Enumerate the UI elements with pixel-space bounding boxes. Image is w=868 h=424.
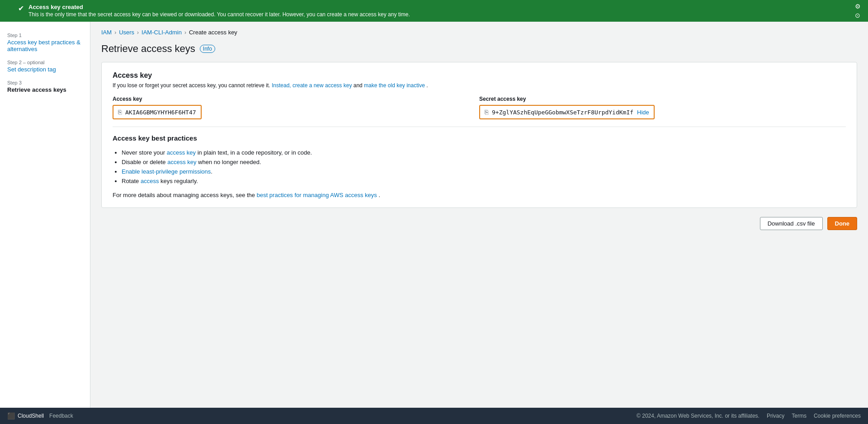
- footer: ⬛ CloudShell Feedback © 2024, Amazon Web…: [0, 408, 868, 424]
- notification-title: Access key created: [28, 4, 410, 10]
- secret-key-label: Secret access key: [479, 96, 846, 102]
- notification-description: This is the only time that the secret ac…: [28, 11, 410, 18]
- secret-key-value-box: ⎘ 9+ZglYASzhEqUpeGGobmwXSeTzrF8UrpdYidKm…: [479, 105, 655, 119]
- best-practices-link[interactable]: best practices for managing AWS access k…: [257, 192, 377, 198]
- feedback-button[interactable]: Feedback: [49, 413, 73, 419]
- check-icon: ✔: [18, 4, 24, 13]
- best-practice-item-1: Never store your access key in plain tex…: [122, 149, 846, 156]
- access-key-field: Access key ⎘ AKIA6GBMGYHYH6F6HT47: [113, 96, 479, 119]
- breadcrumb: IAM › Users › IAM-CLI-Admin › Create acc…: [101, 29, 857, 36]
- copy-access-key-icon[interactable]: ⎘: [118, 108, 122, 116]
- subtitle-suffix: .: [426, 82, 428, 89]
- actions-row: Download .csv file Done: [101, 217, 857, 230]
- subtitle-prefix: If you lose or forget your secret access…: [113, 82, 270, 89]
- step-2-link[interactable]: Set description tag: [7, 66, 56, 73]
- footer-prefix: For more details about managing access k…: [113, 192, 257, 198]
- step-3-name: Retrieve access keys: [7, 86, 83, 93]
- secret-key-field: Secret access key ⎘ 9+ZglYASzhEqUpeGGobm…: [479, 96, 846, 119]
- divider: [113, 127, 846, 127]
- sidebar: Step 1 Access key best practices & alter…: [0, 22, 90, 408]
- cloudshell-icon: ⬛: [7, 412, 15, 419]
- cookie-preferences-link[interactable]: Cookie preferences: [814, 413, 861, 419]
- best-practice-link-2[interactable]: access key: [167, 159, 196, 165]
- settings-icon[interactable]: ⚙: [855, 3, 861, 10]
- main-layout: Step 1 Access key best practices & alter…: [0, 22, 868, 408]
- step-1-link[interactable]: Access key best practices & alternatives: [7, 39, 80, 52]
- access-key-value: AKIA6GBMGYHYH6F6HT47: [125, 109, 196, 116]
- best-practices-title: Access key best practices: [113, 134, 846, 142]
- best-practice-link-1[interactable]: access key: [167, 149, 196, 156]
- cloudshell-button[interactable]: ⬛ CloudShell: [7, 412, 44, 419]
- subtitle-link2[interactable]: make the old key inactive: [364, 82, 425, 89]
- page-title-row: Retrieve access keys Info: [101, 43, 857, 55]
- terms-link[interactable]: Terms: [792, 413, 807, 419]
- best-practices-footer: For more details about managing access k…: [113, 192, 846, 198]
- breadcrumb-sep-2: ›: [137, 29, 139, 36]
- copy-secret-key-icon[interactable]: ⎘: [485, 108, 488, 116]
- secret-key-value: 9+ZglYASzhEqUpeGGobmwXSeTzrF8UrpdYidKmIf: [492, 109, 633, 116]
- done-button[interactable]: Done: [827, 217, 858, 230]
- clock-icon[interactable]: ⊙: [855, 12, 861, 19]
- content-area: IAM › Users › IAM-CLI-Admin › Create acc…: [90, 22, 868, 408]
- best-practice-item-2: Disable or delete access key when no lon…: [122, 159, 846, 165]
- download-csv-button[interactable]: Download .csv file: [760, 217, 823, 230]
- card-title: Access key: [113, 71, 846, 80]
- access-key-value-box: ⎘ AKIA6GBMGYHYH6F6HT47: [113, 105, 202, 119]
- sidebar-step-2: Step 2 – optional Set description tag: [0, 56, 90, 76]
- step-1-label: Step 1: [7, 33, 83, 38]
- best-practice-link-3[interactable]: Enable least-privilege permissions: [122, 168, 211, 175]
- subtitle-link1[interactable]: Instead, create a new access key: [272, 82, 352, 89]
- best-practices-list: Never store your access key in plain tex…: [113, 149, 846, 184]
- step-2-label: Step 2 – optional: [7, 60, 83, 65]
- hide-secret-key-link[interactable]: Hide: [637, 109, 649, 116]
- breadcrumb-users[interactable]: Users: [119, 29, 134, 36]
- notification-icons: ⚙ ⊙: [855, 0, 861, 19]
- copyright-text: © 2024, Amazon Web Services, Inc. or its…: [637, 413, 760, 419]
- breadcrumb-current: Create access key: [189, 29, 237, 36]
- best-practice-item-3: Enable least-privilege permissions.: [122, 168, 846, 175]
- info-link[interactable]: Info: [200, 45, 215, 53]
- breadcrumb-iam-cli-admin[interactable]: IAM-CLI-Admin: [142, 29, 182, 36]
- best-practice-item-4: Rotate access keys regularly.: [122, 178, 846, 184]
- best-practice-link-4[interactable]: access: [141, 178, 159, 184]
- sidebar-step-1: Step 1 Access key best practices & alter…: [0, 29, 90, 56]
- card-subtitle: If you lose or forget your secret access…: [113, 82, 846, 89]
- step-2-name: Set description tag: [7, 66, 83, 73]
- step-3-label: Step 3: [7, 80, 83, 85]
- access-key-label: Access key: [113, 96, 479, 102]
- cloudshell-label: CloudShell: [18, 413, 44, 419]
- sidebar-step-3: Step 3 Retrieve access keys: [0, 76, 90, 97]
- access-key-card: Access key If you lose or forget your se…: [101, 62, 857, 208]
- breadcrumb-sep-3: ›: [184, 29, 186, 36]
- subtitle-mid: and: [354, 82, 364, 89]
- keys-row: Access key ⎘ AKIA6GBMGYHYH6F6HT47 Secret…: [113, 96, 846, 119]
- notification-bar: ✔ Access key created This is the only ti…: [0, 0, 868, 22]
- notification-content: Access key created This is the only time…: [28, 4, 410, 18]
- footer-right: © 2024, Amazon Web Services, Inc. or its…: [637, 413, 861, 419]
- privacy-link[interactable]: Privacy: [767, 413, 784, 419]
- step-1-name: Access key best practices & alternatives: [7, 39, 83, 52]
- breadcrumb-sep-1: ›: [114, 29, 116, 36]
- page-title: Retrieve access keys: [101, 43, 195, 55]
- footer-suffix: .: [378, 192, 380, 198]
- breadcrumb-iam[interactable]: IAM: [101, 29, 112, 36]
- footer-left: ⬛ CloudShell Feedback: [7, 412, 73, 419]
